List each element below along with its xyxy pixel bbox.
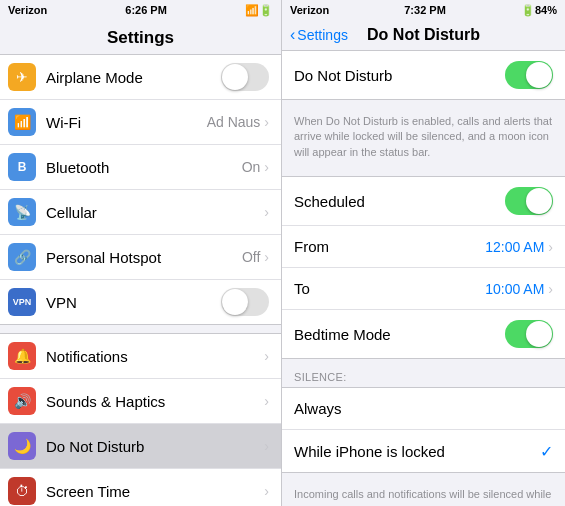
wifi-chevron: › xyxy=(264,114,269,130)
dnd-to-label: To xyxy=(294,280,485,297)
dnd-main-desc: When Do Not Disturb is enabled, calls an… xyxy=(282,108,565,168)
bluetooth-icon: B xyxy=(8,153,36,181)
sounds-label: Sounds & Haptics xyxy=(46,393,264,410)
dnd-scheduled-toggle[interactable] xyxy=(505,187,553,215)
sounds-icon: 🔊 xyxy=(8,387,36,415)
notifications-label: Notifications xyxy=(46,348,264,365)
screentime-icon: ⏱ xyxy=(8,477,36,505)
left-time: 6:26 PM xyxy=(125,4,167,16)
hotspot-value: Off xyxy=(242,249,260,265)
row-bluetooth[interactable]: B Bluetooth On › xyxy=(0,145,281,190)
dnd-scheduled-row[interactable]: Scheduled xyxy=(282,177,565,226)
dnd-from-row[interactable]: From 12:00 AM › xyxy=(282,226,565,268)
hotspot-chevron: › xyxy=(264,249,269,265)
row-vpn[interactable]: VPN VPN xyxy=(0,280,281,324)
row-screentime[interactable]: ⏱ Screen Time › xyxy=(0,469,281,506)
cellular-chevron: › xyxy=(264,204,269,220)
dnd-always-label: Always xyxy=(294,400,553,417)
airplane-label: Airplane Mode xyxy=(46,69,221,86)
left-carrier: Verizon xyxy=(8,4,47,16)
hotspot-icon: 🔗 xyxy=(8,243,36,271)
screentime-label: Screen Time xyxy=(46,483,264,500)
left-status-bar: Verizon 6:26 PM 📶🔋 xyxy=(0,0,281,20)
back-chevron-icon: ‹ xyxy=(290,26,295,44)
vpn-toggle[interactable] xyxy=(221,288,269,316)
dnd-while-locked-row[interactable]: While iPhone is locked ✓ xyxy=(282,430,565,472)
dnd-scheduled-label: Scheduled xyxy=(294,193,505,210)
dnd-to-value: 10:00 AM xyxy=(485,281,544,297)
dnd-from-label: From xyxy=(294,238,485,255)
row-cellular[interactable]: 📡 Cellular › xyxy=(0,190,281,235)
wifi-value: Ad Naus xyxy=(207,114,261,130)
dnd-icon: 🌙 xyxy=(8,432,36,460)
notifications-chevron: › xyxy=(264,348,269,364)
dnd-to-chevron: › xyxy=(548,281,553,297)
right-status-bar: Verizon 7:32 PM 🔋84% xyxy=(282,0,565,20)
dnd-from-value: 12:00 AM xyxy=(485,239,544,255)
while-locked-checkmark: ✓ xyxy=(540,442,553,461)
row-notifications[interactable]: 🔔 Notifications › xyxy=(0,334,281,379)
row-airplane[interactable]: ✈ Airplane Mode xyxy=(0,55,281,100)
dnd-main-row[interactable]: Do Not Disturb xyxy=(282,51,565,99)
sounds-chevron: › xyxy=(264,393,269,409)
left-status-icons: 📶🔋 xyxy=(245,4,273,17)
back-label: Settings xyxy=(297,27,348,43)
vpn-label: VPN xyxy=(46,294,221,311)
dnd-silence-section: Always While iPhone is locked ✓ xyxy=(282,387,565,473)
settings-group-network: ✈ Airplane Mode 📶 Wi-Fi Ad Naus › B Blue… xyxy=(0,54,281,325)
airplane-toggle[interactable] xyxy=(221,63,269,91)
wifi-label: Wi-Fi xyxy=(46,114,207,131)
row-sounds[interactable]: 🔊 Sounds & Haptics › xyxy=(0,379,281,424)
dnd-chevron: › xyxy=(264,438,269,454)
right-nav-title: Do Not Disturb xyxy=(367,26,480,44)
dnd-bedtime-row[interactable]: Bedtime Mode xyxy=(282,310,565,358)
hotspot-label: Personal Hotspot xyxy=(46,249,242,266)
dnd-always-row[interactable]: Always xyxy=(282,388,565,430)
dnd-scheduled-section: Scheduled From 12:00 AM › To 10:00 AM › … xyxy=(282,176,565,359)
bluetooth-chevron: › xyxy=(264,159,269,175)
right-panel: Verizon 7:32 PM 🔋84% ‹ Settings Do Not D… xyxy=(282,0,565,506)
left-panel: Verizon 6:26 PM 📶🔋 Settings ✈ Airplane M… xyxy=(0,0,282,506)
while-locked-desc: Incoming calls and notifications will be… xyxy=(282,481,565,506)
row-hotspot[interactable]: 🔗 Personal Hotspot Off › xyxy=(0,235,281,280)
row-wifi[interactable]: 📶 Wi-Fi Ad Naus › xyxy=(0,100,281,145)
dnd-content: Do Not Disturb When Do Not Disturb is en… xyxy=(282,50,565,506)
settings-list: ✈ Airplane Mode 📶 Wi-Fi Ad Naus › B Blue… xyxy=(0,54,281,506)
settings-group-system: 🔔 Notifications › 🔊 Sounds & Haptics › 🌙… xyxy=(0,333,281,506)
screentime-chevron: › xyxy=(264,483,269,499)
right-battery: 🔋84% xyxy=(521,4,557,17)
dnd-main-toggle[interactable] xyxy=(505,61,553,89)
settings-title: Settings xyxy=(0,20,281,54)
bluetooth-label: Bluetooth xyxy=(46,159,242,176)
right-nav: ‹ Settings Do Not Disturb xyxy=(282,20,565,50)
dnd-main-label: Do Not Disturb xyxy=(294,67,505,84)
notifications-icon: 🔔 xyxy=(8,342,36,370)
right-carrier: Verizon xyxy=(290,4,329,16)
right-time: 7:32 PM xyxy=(404,4,446,16)
dnd-while-locked-label: While iPhone is locked xyxy=(294,443,540,460)
silence-header: SILENCE: xyxy=(282,367,565,387)
airplane-icon: ✈ xyxy=(8,63,36,91)
dnd-from-chevron: › xyxy=(548,239,553,255)
dnd-label: Do Not Disturb xyxy=(46,438,264,455)
cellular-icon: 📡 xyxy=(8,198,36,226)
cellular-label: Cellular xyxy=(46,204,264,221)
back-button[interactable]: ‹ Settings xyxy=(290,26,348,44)
dnd-to-row[interactable]: To 10:00 AM › xyxy=(282,268,565,310)
dnd-bedtime-label: Bedtime Mode xyxy=(294,326,505,343)
vpn-icon: VPN xyxy=(8,288,36,316)
bluetooth-value: On xyxy=(242,159,261,175)
wifi-icon: 📶 xyxy=(8,108,36,136)
dnd-main-section: Do Not Disturb xyxy=(282,50,565,100)
dnd-bedtime-toggle[interactable] xyxy=(505,320,553,348)
row-dnd[interactable]: 🌙 Do Not Disturb › xyxy=(0,424,281,469)
